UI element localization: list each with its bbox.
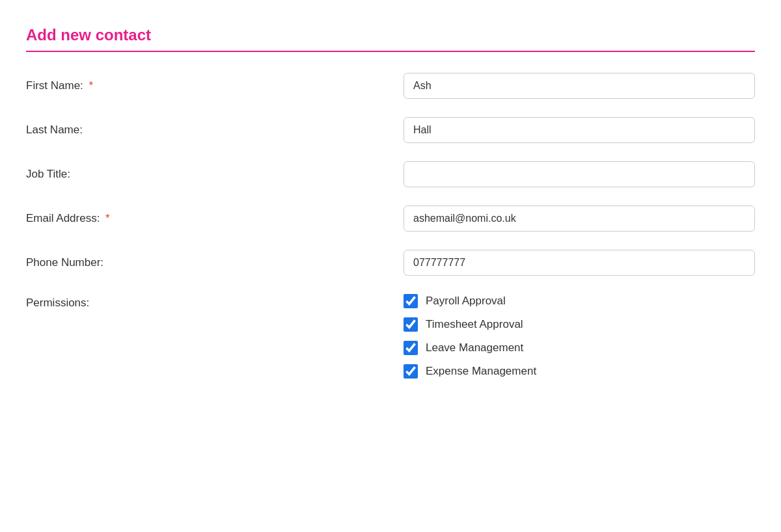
email-address-label: Email Address: *	[26, 206, 404, 225]
first-name-input[interactable]	[404, 73, 755, 99]
expense-management-item: Expense Management	[404, 364, 755, 379]
timesheet-approval-checkbox[interactable]	[404, 317, 418, 332]
payroll-approval-item: Payroll Approval	[404, 294, 755, 308]
timesheet-approval-item: Timesheet Approval	[404, 317, 755, 332]
required-star: *	[86, 79, 93, 92]
last-name-input[interactable]	[404, 117, 755, 143]
last-name-row: Last Name:	[26, 117, 755, 143]
form-container: First Name: * Last Name: Job Title: Emai…	[26, 73, 755, 379]
payroll-approval-checkbox[interactable]	[404, 294, 418, 308]
email-address-input-col	[404, 206, 755, 232]
last-name-label: Last Name:	[26, 117, 404, 137]
timesheet-approval-label[interactable]: Timesheet Approval	[426, 318, 523, 331]
permissions-label: Permissions:	[26, 294, 404, 310]
permissions-row: Permissions: Payroll Approval Timesheet …	[26, 294, 755, 379]
page-header: Add new contact	[26, 26, 755, 44]
phone-number-input[interactable]	[404, 250, 755, 276]
expense-management-label[interactable]: Expense Management	[426, 365, 536, 378]
leave-management-checkbox[interactable]	[404, 341, 418, 355]
phone-number-input-col	[404, 250, 755, 276]
email-required-star: *	[102, 212, 109, 224]
email-address-row: Email Address: *	[26, 206, 755, 232]
header-divider	[26, 51, 755, 52]
job-title-label: Job Title:	[26, 161, 404, 181]
first-name-input-col	[404, 73, 755, 99]
first-name-label: First Name: *	[26, 73, 404, 92]
job-title-input[interactable]	[404, 161, 755, 187]
job-title-row: Job Title:	[26, 161, 755, 187]
permissions-checkboxes: Payroll Approval Timesheet Approval Leav…	[404, 294, 755, 379]
payroll-approval-label[interactable]: Payroll Approval	[426, 295, 506, 308]
page-title: Add new contact	[26, 26, 755, 44]
phone-number-row: Phone Number:	[26, 250, 755, 276]
expense-management-checkbox[interactable]	[404, 364, 418, 379]
phone-number-label: Phone Number:	[26, 250, 404, 269]
last-name-input-col	[404, 117, 755, 143]
leave-management-item: Leave Management	[404, 341, 755, 355]
leave-management-label[interactable]: Leave Management	[426, 341, 523, 354]
first-name-row: First Name: *	[26, 73, 755, 99]
email-address-input[interactable]	[404, 206, 755, 232]
job-title-input-col	[404, 161, 755, 187]
